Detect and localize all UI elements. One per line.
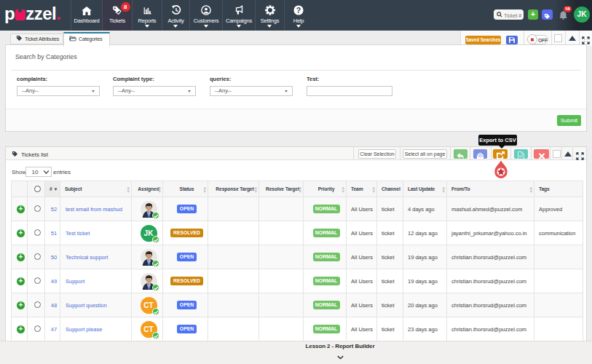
svg-text:?: ? [296, 6, 301, 15]
